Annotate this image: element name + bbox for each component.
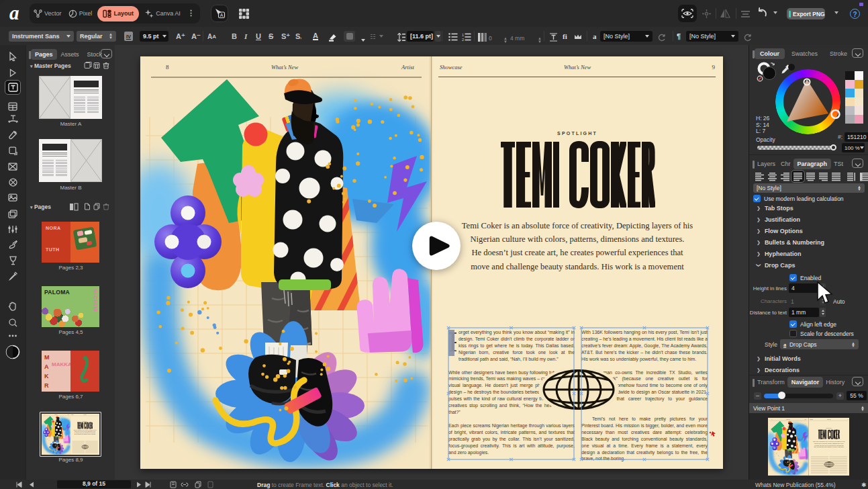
svg-text:A: A <box>220 13 223 17</box>
svg-text:2: 2 <box>462 38 464 42</box>
svg-text:1: 1 <box>462 33 464 37</box>
